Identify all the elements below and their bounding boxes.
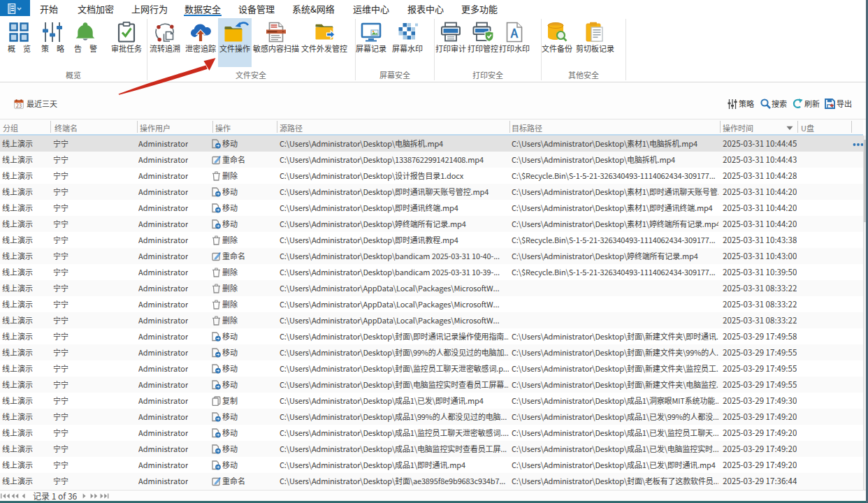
svg-text:A: A bbox=[510, 24, 519, 41]
svg-text:23: 23 bbox=[16, 101, 22, 109]
